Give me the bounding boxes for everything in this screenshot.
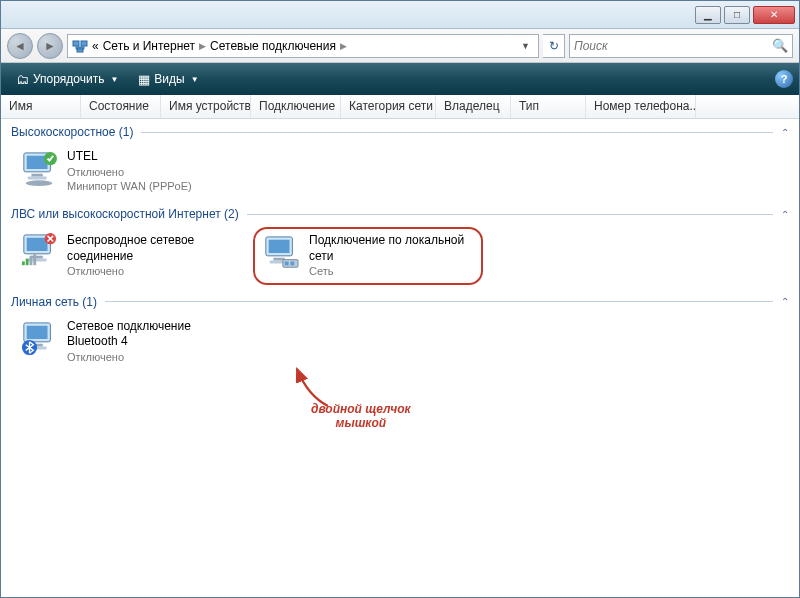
group-divider bbox=[105, 301, 773, 302]
svg-rect-19 bbox=[33, 253, 36, 265]
group-items: Беспроводное сетевое соединениеОтключено… bbox=[1, 225, 799, 290]
connection-item[interactable]: Сетевое подключение Bluetooth 4Отключено bbox=[13, 315, 243, 368]
views-icon: ▦ bbox=[138, 72, 150, 87]
svg-rect-18 bbox=[30, 256, 33, 265]
address-bar[interactable]: « Сеть и Интернет ▶ Сетевые подключения … bbox=[67, 34, 539, 58]
item-status: Отключено bbox=[67, 264, 239, 278]
window-titlebar: ▁ □ ✕ bbox=[1, 1, 799, 29]
group-items: Сетевое подключение Bluetooth 4Отключено bbox=[1, 313, 799, 374]
item-status: Отключено bbox=[67, 165, 192, 179]
organize-label: Упорядочить bbox=[33, 72, 104, 86]
connection-item[interactable]: Подключение по локальной сетиСеть bbox=[253, 227, 483, 284]
group-title: Личная сеть (1) bbox=[11, 295, 97, 309]
chevron-down-icon: ▼ bbox=[110, 75, 118, 84]
svg-rect-22 bbox=[269, 240, 290, 253]
annotation-line2: мышкой bbox=[311, 416, 411, 430]
close-button[interactable]: ✕ bbox=[753, 6, 795, 24]
connection-icon bbox=[17, 149, 61, 189]
minimize-button[interactable]: ▁ bbox=[695, 6, 721, 24]
svg-rect-27 bbox=[290, 262, 294, 266]
column-header[interactable]: Подключение bbox=[251, 95, 341, 118]
svg-rect-1 bbox=[81, 41, 87, 46]
address-dropdown-icon[interactable]: ▼ bbox=[517, 41, 534, 51]
search-icon[interactable]: 🔍 bbox=[772, 38, 788, 53]
annotation-line1: двойной щелчок bbox=[311, 402, 411, 416]
svg-rect-26 bbox=[285, 262, 289, 266]
maximize-button[interactable]: □ bbox=[724, 6, 750, 24]
views-label: Виды bbox=[154, 72, 184, 86]
item-name: Беспроводное сетевое соединение bbox=[67, 233, 239, 264]
help-button[interactable]: ? bbox=[775, 70, 793, 88]
connection-item[interactable]: UTELОтключеноМинипорт WAN (PPPoE) bbox=[13, 145, 243, 197]
breadcrumb-part[interactable]: Сетевые подключения bbox=[210, 39, 336, 53]
group-title: ЛВС или высокоскоростной Интернет (2) bbox=[11, 207, 239, 221]
column-header[interactable]: Категория сети bbox=[341, 95, 436, 118]
svg-rect-13 bbox=[27, 238, 48, 251]
location-icon bbox=[72, 38, 88, 54]
svg-point-11 bbox=[26, 180, 53, 186]
group-header[interactable]: ЛВС или высокоскоростной Интернет (2)⌃ bbox=[1, 203, 799, 225]
group-title: Высокоскоростное (1) bbox=[11, 125, 133, 139]
connection-icon bbox=[17, 319, 61, 359]
item-device: Минипорт WAN (PPPoE) bbox=[67, 179, 192, 193]
item-status: Отключено bbox=[67, 350, 239, 364]
group-header[interactable]: Высокоскоростное (1)⌃ bbox=[1, 121, 799, 143]
item-status: Сеть bbox=[309, 264, 473, 278]
column-header[interactable]: Номер телефона... bbox=[586, 95, 696, 118]
column-header[interactable]: Владелец bbox=[436, 95, 511, 118]
item-name: Подключение по локальной сети bbox=[309, 233, 473, 264]
column-header[interactable]: Состояние bbox=[81, 95, 161, 118]
svg-rect-17 bbox=[26, 259, 29, 266]
svg-rect-9 bbox=[28, 177, 47, 180]
connection-item[interactable]: Беспроводное сетевое соединениеОтключено bbox=[13, 227, 243, 284]
svg-rect-8 bbox=[31, 174, 42, 177]
column-header[interactable]: Имя bbox=[1, 95, 81, 118]
nav-back-button[interactable]: ◄ bbox=[7, 33, 33, 59]
group-divider bbox=[247, 214, 773, 215]
svg-rect-0 bbox=[73, 41, 79, 46]
svg-rect-16 bbox=[22, 262, 25, 266]
chevron-down-icon: ▼ bbox=[191, 75, 199, 84]
connection-icon bbox=[17, 231, 61, 271]
group-items: UTELОтключеноМинипорт WAN (PPPoE) bbox=[1, 143, 799, 203]
collapse-icon[interactable]: ⌃ bbox=[781, 127, 789, 138]
item-name: Сетевое подключение Bluetooth 4 bbox=[67, 319, 239, 350]
organize-button[interactable]: 🗂 Упорядочить ▼ bbox=[7, 67, 127, 91]
nav-forward-button[interactable]: ► bbox=[37, 33, 63, 59]
connection-icon bbox=[259, 233, 303, 273]
annotation-text: двойной щелчок мышкой bbox=[311, 402, 411, 431]
collapse-icon[interactable]: ⌃ bbox=[781, 296, 789, 307]
breadcrumb-part[interactable]: Сеть и Интернет bbox=[103, 39, 195, 53]
breadcrumb-separator-icon: ▶ bbox=[199, 41, 206, 51]
group-header[interactable]: Личная сеть (1)⌃ bbox=[1, 291, 799, 313]
collapse-icon[interactable]: ⌃ bbox=[781, 209, 789, 220]
svg-rect-14 bbox=[31, 256, 42, 259]
views-button[interactable]: ▦ Виды ▼ bbox=[129, 67, 207, 91]
column-header[interactable]: Тип bbox=[511, 95, 586, 118]
search-input[interactable] bbox=[574, 39, 772, 53]
address-row: ◄ ► « Сеть и Интернет ▶ Сетевые подключе… bbox=[1, 29, 799, 63]
column-headers: ИмяСостояниеИмя устройстваПодключениеКат… bbox=[1, 95, 799, 119]
toolbar: 🗂 Упорядочить ▼ ▦ Виды ▼ ? bbox=[1, 63, 799, 95]
column-header[interactable]: Имя устройства bbox=[161, 95, 251, 118]
search-box[interactable]: 🔍 bbox=[569, 34, 793, 58]
breadcrumb-prefix: « bbox=[92, 39, 99, 53]
content-area: двойной щелчок мышкой Высокоскоростное (… bbox=[1, 119, 799, 376]
organize-icon: 🗂 bbox=[16, 72, 29, 87]
breadcrumb-separator-icon: ▶ bbox=[340, 41, 347, 51]
item-name: UTEL bbox=[67, 149, 192, 165]
svg-rect-29 bbox=[27, 325, 48, 338]
group-divider bbox=[141, 132, 773, 133]
refresh-button[interactable]: ↻ bbox=[543, 34, 565, 58]
